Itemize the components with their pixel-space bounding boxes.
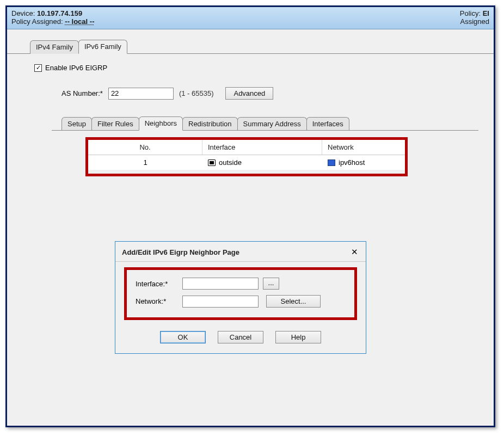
policy-value: EI: [483, 9, 489, 17]
cell-interface: outside: [202, 155, 322, 170]
inner-tabs: Setup Filter Rules Neighbors Redistribut…: [62, 116, 478, 130]
device-label: Device:: [11, 9, 35, 17]
col-header-network[interactable]: Network: [322, 140, 405, 155]
dialog-fields-highlight: Interface:* ... Network:* Select...: [124, 267, 357, 320]
policy-assigned-value[interactable]: -- local --: [65, 17, 94, 26]
advanced-button[interactable]: Advanced: [225, 87, 273, 100]
table-row[interactable]: 1 outside ipv6host: [88, 155, 405, 170]
col-header-no[interactable]: No.: [88, 140, 202, 155]
add-edit-neighbor-dialog: Add/Edit IPv6 Eigrp Neighbor Page ✕ Inte…: [115, 241, 366, 354]
tab-interfaces[interactable]: Interfaces: [306, 117, 349, 131]
cell-no: 1: [88, 155, 202, 170]
host-icon: [328, 159, 335, 166]
as-number-input[interactable]: [108, 88, 174, 100]
neighbors-table-highlight: No. Interface Network 1 outside: [85, 137, 408, 176]
cell-network: ipv6host: [322, 155, 405, 170]
outer-tabs: IPv4 Family IPv6 Family: [30, 39, 494, 53]
app-frame: Device: 10.197.74.159 Policy: EI Policy …: [5, 5, 495, 427]
tab-neighbors[interactable]: Neighbors: [139, 116, 183, 131]
col-header-interface[interactable]: Interface: [202, 140, 322, 155]
tab-setup[interactable]: Setup: [62, 117, 92, 131]
interface-input[interactable]: [182, 278, 259, 290]
assigned-label: Assigned: [460, 17, 489, 26]
enable-ipv6-eigrp-checkbox[interactable]: ✓: [34, 64, 42, 72]
as-number-label: AS Number:*: [62, 89, 103, 97]
policy-assigned-label: Policy Assigned:: [11, 17, 63, 26]
network-label: Network:*: [136, 297, 178, 305]
enable-ipv6-eigrp-label: Enable IPv6 EIGRP: [45, 64, 107, 72]
tab-ipv4-family[interactable]: IPv4 Family: [30, 40, 79, 54]
header-bar: Device: 10.197.74.159 Policy: EI Policy …: [7, 7, 494, 29]
tab-ipv6-family[interactable]: IPv6 Family: [78, 40, 127, 54]
dialog-title: Add/Edit IPv6 Eigrp Neighbor Page: [122, 248, 239, 256]
tab-summary-address[interactable]: Summary Address: [237, 117, 307, 131]
close-icon[interactable]: ✕: [349, 247, 359, 257]
tab-redistribution[interactable]: Redistribution: [182, 117, 238, 131]
body-panel: IPv4 Family IPv6 Family ✓ Enable IPv6 EI…: [7, 29, 494, 425]
policy-label: Policy:: [460, 9, 481, 17]
tab-filter-rules[interactable]: Filter Rules: [91, 117, 139, 131]
interface-browse-button[interactable]: ...: [263, 278, 279, 290]
ethernet-port-icon: [208, 159, 216, 166]
cancel-button[interactable]: Cancel: [218, 331, 263, 343]
ok-button[interactable]: OK: [160, 331, 206, 343]
network-input[interactable]: [182, 296, 259, 308]
device-value: 10.197.74.159: [37, 9, 82, 17]
help-button[interactable]: Help: [275, 331, 321, 343]
as-range-hint: (1 - 65535): [179, 89, 214, 97]
network-select-button[interactable]: Select...: [266, 295, 321, 308]
interface-label: Interface:*: [136, 280, 178, 288]
neighbors-table: No. Interface Network 1 outside: [88, 140, 405, 174]
